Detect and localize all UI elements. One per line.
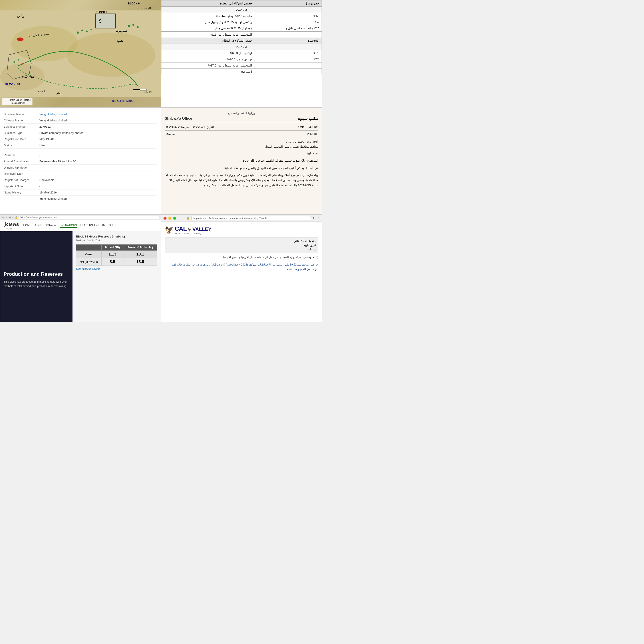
- svg-rect-0: [0, 10, 161, 97]
- octavia-url[interactable]: https://octaviaenergy.com/operations/: [19, 216, 159, 219]
- row2-right: ريلانس الهندية 21.25% وكيلها نبيل هائل: [161, 19, 254, 25]
- date-ar: التاريخ: 23/ 4/ 2022: [192, 125, 214, 129]
- office-ar: مكتب شبـوة: [298, 116, 318, 121]
- nav-about[interactable]: ABOUT OCTAVIA: [35, 224, 56, 228]
- ref-ar: مرجعنا: 2022/41/622: [165, 125, 189, 129]
- svg-rect-4: [14, 61, 15, 63]
- read-mode[interactable]: A⁺: [313, 217, 316, 220]
- business-row: Business Type Private company limited by…: [4, 130, 157, 136]
- calvalley-panel: ✕ − + ← → 🔒 https://www.calvalleypetrole…: [161, 215, 322, 322]
- body-para1: في البداية نهديكم أطيب التحياء متمنين لك…: [165, 165, 318, 171]
- nav-back[interactable]: ←: [2, 216, 4, 219]
- business-row: Register of Charges Unavailable: [4, 177, 157, 183]
- arabic-line1: مقدمة إلى كالفالي: [167, 239, 316, 243]
- birali-label: BIR ALI TERMINAL: [112, 100, 134, 102]
- pipeline-label-text: Main Export Pipeline: [10, 99, 31, 101]
- bookmark[interactable]: ☆: [317, 217, 320, 220]
- table-row: %2 ريلانس الهندية 21.25% وكيلها نبيل هائ…: [161, 19, 322, 25]
- business-row: Chinese Name Yung Holding Limited: [4, 117, 157, 124]
- business-row: Dissolved Date -: [4, 171, 157, 177]
- ministry-text: وزارة النفط والمعادن: [165, 111, 318, 115]
- biz-value: Unavailable: [39, 178, 54, 182]
- svg-point-6: [22, 63, 23, 64]
- legend-trucking: Trucking Route: [4, 102, 31, 104]
- biz-label: Business Type: [4, 131, 39, 135]
- svg-point-2: [67, 33, 155, 77]
- biz-value: -: [39, 166, 40, 169]
- biz-value: May 19 2016: [39, 137, 56, 141]
- col-partners: حصص الشركاء في القطاع: [161, 0, 254, 7]
- nav-sust[interactable]: SUST: [109, 224, 116, 228]
- svg-point-15: [128, 25, 130, 27]
- legend-pipeline: Main Export Pipeline: [4, 99, 31, 101]
- pipeline-line: [4, 100, 8, 100]
- msilah-label: المسيلة: [142, 7, 151, 10]
- table-row: المؤسسة العامة للنفط والغاز 15%: [161, 32, 322, 38]
- octavia-right: Block S1 Gross Reserves (mmbbls) DeGoyer…: [72, 231, 161, 322]
- partners-table: حضرموت ) حصص الشركاء في القطاع في 2014 %…: [161, 0, 322, 75]
- biz-value: Between May 19 and Jun 30: [39, 160, 76, 163]
- year-row-1: في 2014: [161, 7, 322, 13]
- octavia-browser-bar: ← → ↻ ⌂ 🔒 https://octaviaenergy.com/oper…: [0, 215, 161, 220]
- business-row: Name History 19-MAY-2016: [4, 189, 157, 196]
- business-row: Important Note -: [4, 183, 157, 189]
- svg-rect-19: [133, 89, 140, 90]
- date-left: Date: Our Ref:: [298, 125, 318, 129]
- business-row: Registration Date May 19 2016: [4, 136, 157, 142]
- nav-home-item[interactable]: HOME: [23, 224, 31, 228]
- nav-operations[interactable]: OPERATIONS: [60, 224, 77, 228]
- svg-point-11: [77, 32, 79, 34]
- svg-point-12: [81, 30, 83, 31]
- biz-value: -: [39, 172, 40, 175]
- net-row: Net (@75% PI) 8.5 13.6: [76, 258, 157, 266]
- gross-row: Gross 11.3 18.1: [76, 251, 157, 258]
- your-ref-left: Your Ref:: [307, 132, 318, 135]
- nav-forward-btn[interactable]: →: [182, 217, 185, 219]
- row5-left: %75: [254, 50, 322, 56]
- reserves-subtitle: DeGoyer, Jan 1, 2016: [76, 239, 157, 242]
- calvalley-url[interactable]: https://www.calvalleypetroleum.com/intro…: [191, 216, 311, 220]
- biz-label: [4, 197, 39, 200]
- biz-label: Status: [4, 144, 39, 147]
- lock-icon: 🔒: [15, 216, 18, 219]
- table-row: المؤسسة العامة للنفط والغاز 17.5%: [161, 62, 322, 69]
- your-ref-label: Your Ref:: [307, 132, 318, 135]
- calvalley-description: (المحدودة هي شركة دولية للنفط والغاز تعم…: [165, 255, 318, 260]
- year-2014: في 2014: [161, 7, 322, 13]
- val-net-pp: 13.6: [123, 258, 157, 266]
- nav-home[interactable]: ⌂: [12, 216, 14, 219]
- arabic-line2: فريق طيبة: [167, 244, 316, 247]
- reserves-table: Proved (1P) Proved & Probable ( Gross 11…: [76, 244, 157, 266]
- biz-value: Yung Holding Limited: [39, 197, 67, 200]
- nav-forward[interactable]: →: [6, 216, 8, 219]
- svg-point-18: [17, 38, 24, 41]
- browser-max[interactable]: +: [173, 217, 176, 220]
- table-row: اجنت 2%: [161, 69, 322, 75]
- browser-min[interactable]: −: [168, 217, 171, 220]
- eagle-small: 🦅: [188, 228, 191, 231]
- biz-value: Yung Holding Limited: [39, 113, 67, 116]
- calvalley-blue-text: حة عمل موحدة تبلغ 39.52 مليون برميل من ا…: [165, 262, 318, 272]
- svg-rect-8: [96, 14, 116, 28]
- calvalley-browser-bar: ✕ − + ← → 🔒 https://www.calvalleypetrole…: [161, 215, 322, 222]
- nav-back-btn[interactable]: ←: [178, 217, 181, 219]
- val-net-1p: 8.5: [101, 258, 123, 266]
- nav-leadership[interactable]: LEADERSHIP TEAM: [81, 224, 105, 228]
- svg-point-14: [91, 29, 92, 30]
- row-label-gross: Gross: [76, 251, 101, 258]
- nav-refresh[interactable]: ↻: [9, 216, 11, 219]
- click-enlarge[interactable]: Click image to enlarge: [76, 268, 157, 270]
- biz-label: Business Number: [4, 125, 39, 128]
- body-text-main: block has produced 26 mmbbls to date wit…: [4, 280, 67, 288]
- business-row: Annual Examination Between May 19 and Ju…: [4, 158, 157, 165]
- octavia-content: Production and Reserves This block has p…: [0, 231, 161, 322]
- calvalley-content: 🦅 CAL 🦅 VALLEY PETROLEUM (CYPRUS) LTD مق…: [161, 222, 322, 275]
- lock-cal: 🔒: [187, 217, 190, 220]
- spacer: [4, 149, 157, 152]
- block9-label: BLOCK 9: [128, 2, 140, 5]
- svg-text:9: 9: [99, 18, 102, 24]
- letter-ministry-header: وزارة النفط والمعادن Shabwa'a Office مكت…: [165, 111, 318, 123]
- biz-label: Name History: [4, 191, 39, 194]
- table-header: حضرموت ) حصص الشركاء في القطاع: [161, 0, 322, 7]
- browser-close[interactable]: ✕: [163, 217, 167, 220]
